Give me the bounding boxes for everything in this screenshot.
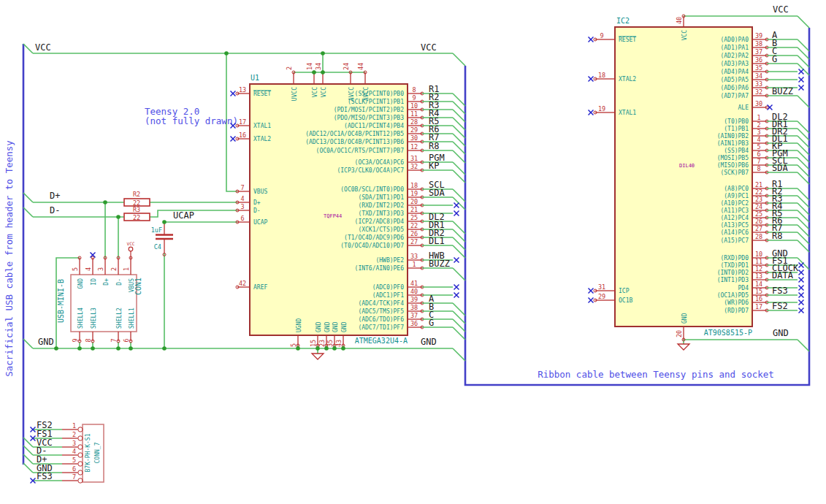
pin-number: 36 [755, 56, 762, 64]
con1-component[interactable]: USB-MINI-B CON1 5GND4ID3D+2D-1VBUS9SHELL… [57, 253, 142, 343]
r2-reference[interactable]: R2 [133, 191, 140, 198]
conn7-value[interactable]: B7K-PH-K-S1 [85, 433, 91, 472]
pin-number: 35 [326, 340, 334, 347]
net-label-ic2-gnd[interactable]: GND [773, 328, 789, 338]
pin-name: (A12)PC4 [720, 215, 749, 221]
net-label-FS3[interactable]: FS3 [772, 286, 788, 296]
no-connect-marker [799, 69, 804, 75]
no-connect-marker [454, 258, 459, 263]
c4-plates[interactable] [156, 235, 173, 240]
pin-name: (INT1)PD3 [717, 277, 749, 283]
net-label-DL1[interactable]: DL1 [429, 236, 445, 246]
net-label-DATA[interactable]: DATA [772, 270, 794, 280]
u1-reference[interactable]: U1 [251, 74, 259, 82]
notes[interactable]: Teensy 2.0 (not fully drawn) [145, 106, 238, 126]
c4-value[interactable]: 1uF [151, 226, 162, 234]
net-label-vcc-left[interactable]: VCC [35, 42, 51, 53]
c4-reference[interactable]: C4 [154, 243, 161, 251]
vcc-power-symbol[interactable]: VCC [127, 241, 135, 258]
gnd-symbol-u1[interactable] [312, 354, 324, 359]
r3-value[interactable]: 22 [133, 214, 140, 221]
ribbon-cable-caption[interactable]: Ribbon cable between Teensy pins and soc… [538, 369, 774, 380]
pin-name: (PDI/MOSI/PCINT2)PB2 [334, 107, 405, 113]
no-connect-marker [799, 300, 804, 305]
net-label-dminus[interactable]: D- [50, 205, 60, 215]
pin-number: 18 [598, 72, 605, 79]
bus-entry [798, 172, 809, 184]
pin-number: 13 [239, 86, 246, 93]
pin-name: (OC0A/OC1C/RTS/PCINT7)PB7 [316, 148, 405, 154]
u1-package[interactable]: TQFP44 [324, 213, 342, 219]
pin-name: XTAL2 [253, 136, 271, 142]
usb-cable-caption[interactable]: Sacrificial USB cable from header to Tee… [4, 140, 15, 377]
ic2-gnd-wire[interactable] [684, 340, 798, 344]
r2-resistor[interactable]: R2 22 [124, 191, 150, 207]
usb-cable-bus[interactable]: Sacrificial USB cable from header to Tee… [4, 44, 23, 465]
pin-name: ID [91, 278, 97, 286]
teensy-note-line2[interactable]: (not fully drawn) [145, 115, 238, 126]
pin-number: 29 [598, 293, 605, 300]
pin-number: 8 [757, 165, 760, 172]
r3-reference[interactable]: R3 [133, 206, 140, 213]
u1-component[interactable]: U1 ATMEGA32U4-A TQFP44 13RESET17XTAL116X… [231, 63, 466, 347]
r3-resistor[interactable]: R3 22 [124, 206, 150, 221]
conn7-component[interactable]: B7K-PH-K-S1 CONN_7 1FS22FS13VCC4D-5D+6GN… [31, 420, 104, 484]
pin-number: 33 [410, 253, 418, 260]
pin-number: 28 [755, 233, 762, 240]
u1-value[interactable]: ATMEGA32U4-A [355, 337, 408, 345]
pin-name: (SCK)PB7 [720, 169, 749, 176]
net-label-BUZZ[interactable]: BUZZ [772, 86, 793, 96]
net-label-KP[interactable]: KP [429, 161, 439, 171]
pin-number: 37 [410, 312, 418, 319]
pin-name: (A13)PC5 [720, 222, 749, 229]
ic2-package[interactable]: DIL40 [679, 163, 695, 169]
pin-name: (AD0)PA0 [720, 37, 749, 43]
net-label-R8[interactable]: R8 [772, 231, 782, 241]
ic2-reference[interactable]: IC2 [616, 17, 630, 25]
pin-number: 32 [410, 163, 418, 170]
net-label-ic2-vcc[interactable]: VCC [773, 4, 789, 15]
net-label-G[interactable]: G [772, 54, 777, 64]
net-label-FS2[interactable]: FS2 [772, 301, 788, 311]
pin-name: (ICP3/CLK0/OC4A)PC7 [337, 167, 404, 174]
net-label-BUZZ[interactable]: BUZZ [429, 259, 450, 269]
conn7-reference[interactable]: CONN_7 [94, 442, 101, 463]
pin-number: 7 [110, 338, 118, 342]
net-label-SDA[interactable]: SDA [429, 188, 445, 198]
net-label-G[interactable]: G [429, 318, 434, 328]
ic2-component[interactable]: IC2 AT90S8515-P DIL40 9RESET18XTAL219XTA… [589, 15, 810, 341]
bus-entry [798, 188, 809, 200]
net-label-FS3[interactable]: FS3 [37, 471, 53, 481]
net-label-ucap[interactable]: UCAP [173, 210, 194, 221]
net-label-gnd-left[interactable]: GND [38, 337, 54, 347]
no-connect-marker [454, 293, 459, 298]
pin-number: 32 [755, 88, 762, 96]
con1-reference[interactable]: CON1 [134, 278, 142, 295]
ic2-value[interactable]: AT90S8515-P [704, 329, 752, 337]
net-label-gnd-right[interactable]: GND [421, 337, 437, 347]
pin-number: 17 [239, 118, 246, 126]
net-label-vcc-right[interactable]: VCC [421, 42, 437, 53]
pin-number: 7 [757, 158, 760, 165]
con1-value[interactable]: USB-MINI-B [57, 279, 65, 323]
pin-name: (A14)PC6 [720, 229, 749, 236]
c4-capacitor[interactable]: 1uF C4 [151, 222, 173, 256]
pin-name: (SCLK/PCINT1)PB1 [348, 99, 404, 105]
u1-vcc-top-wire[interactable] [294, 53, 365, 72]
pin-name: SHELL1 [129, 308, 135, 329]
pin-name: (ADC1)PF1 [372, 292, 405, 299]
pin-number: 10 [755, 251, 762, 258]
junction-dot [162, 346, 167, 351]
net-label-SDA[interactable]: SDA [772, 163, 788, 173]
bus-entry [798, 203, 809, 215]
net-label-dplus[interactable]: D+ [50, 191, 60, 201]
pin-name: (AD5)PA5 [720, 77, 749, 83]
pin-number: 10 [410, 102, 418, 110]
pin-number: 11 [410, 110, 418, 118]
pin-name: (A15)PC7 [720, 237, 749, 244]
net-label-R8[interactable]: R8 [429, 141, 439, 151]
bus-entry [798, 210, 809, 222]
pin-name: (AD4)PA4 [720, 69, 749, 75]
pin-number: 33 [755, 80, 762, 88]
gnd-symbol-ic2[interactable] [678, 344, 689, 350]
